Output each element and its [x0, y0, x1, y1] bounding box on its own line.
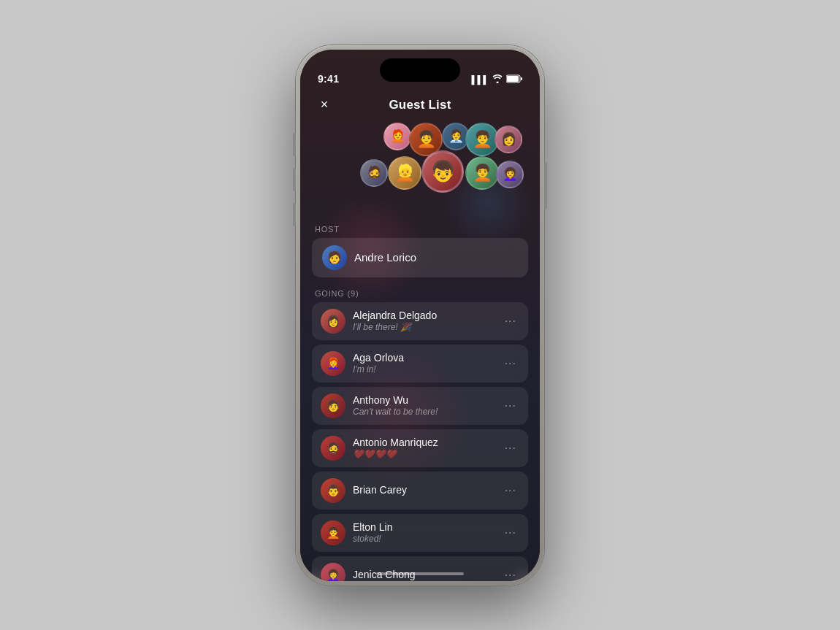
phone-screen: 9:41 ▌▌▌	[300, 50, 540, 581]
guest-avatar: 👩	[321, 309, 345, 334]
power-button[interactable]	[544, 162, 547, 209]
guest-avatar: 👨	[321, 478, 345, 503]
guest-row: 👨Brian Carey···	[312, 472, 528, 510]
nav-title: Guest List	[389, 98, 451, 112]
guest-status: I'm in!	[353, 364, 495, 376]
volume-down-button[interactable]	[293, 133, 296, 156]
close-button[interactable]: ×	[313, 94, 335, 116]
guest-name: Alejandra Delgado	[353, 310, 437, 321]
wifi-icon	[492, 74, 503, 85]
avatar-cluster: 🧑‍🦰 🧑‍🦱 🧑‍💼 🧑‍🦱 👩 🧔 👱 👦 🧑‍🦱 👩‍🦱	[325, 123, 515, 218]
guest-more-button[interactable]: ···	[502, 354, 519, 373]
avatar-bubble: 👩	[495, 126, 522, 153]
guest-status: stoked!	[353, 534, 495, 545]
host-avatar: 🧑	[322, 245, 347, 270]
guest-status: Can't wait to be there!	[353, 407, 495, 418]
status-icons: ▌▌▌	[472, 74, 522, 85]
guest-name: Brian Carey	[353, 484, 407, 496]
going-section-label: GOING (9)	[312, 289, 528, 298]
guest-info: Antonio Manriquez❤️❤️❤️❤️	[353, 436, 495, 461]
guest-avatar: 🧔	[321, 436, 345, 461]
guest-info: Brian Carey	[353, 483, 495, 496]
host-row: 🧑 Andre Lorico	[312, 238, 528, 277]
guest-row: 🧑‍🦱Elton Linstoked!···	[312, 514, 528, 552]
guest-row: 👩Alejandra DelgadoI'll be there! 🎉···	[312, 302, 528, 340]
nav-bar: × Guest List	[300, 89, 540, 121]
guest-name: Elton Lin	[353, 521, 392, 533]
guest-status: I'll be there! 🎉	[353, 322, 495, 334]
svg-rect-2	[521, 77, 522, 80]
dynamic-island	[380, 58, 460, 82]
guest-more-button[interactable]: ···	[502, 439, 519, 458]
avatar-bubble-featured: 👦	[421, 150, 464, 193]
host-section-label: HOST	[312, 225, 528, 234]
guest-row: 👩‍🦱Jenica Chong···	[312, 556, 528, 581]
avatar-bubble: 👱	[388, 156, 421, 190]
guest-more-button[interactable]: ···	[502, 481, 519, 500]
avatar-bubble: 🧔	[360, 159, 388, 187]
silent-switch[interactable]	[293, 203, 296, 226]
screen-background: 9:41 ▌▌▌	[300, 50, 540, 581]
guest-more-button[interactable]: ···	[502, 312, 519, 331]
main-content: HOST 🧑 Andre Lorico GOING (9) 👩Alejandra…	[300, 225, 540, 581]
avatar-bubble: 🧑‍🦱	[465, 156, 499, 190]
guest-list: 👩Alejandra DelgadoI'll be there! 🎉···👩‍🦰…	[312, 302, 528, 581]
guest-info: Elton Linstoked!	[353, 520, 495, 545]
guest-more-button[interactable]: ···	[502, 566, 519, 581]
guest-name: Aga Orlova	[353, 352, 404, 364]
guest-avatar: 👩‍🦱	[321, 563, 345, 581]
guest-more-button[interactable]: ···	[502, 523, 519, 542]
guest-avatar: 👩‍🦰	[321, 351, 345, 376]
battery-icon	[506, 74, 522, 85]
guest-avatar: 🧑‍🦱	[321, 520, 345, 545]
svg-rect-1	[507, 76, 519, 82]
guest-more-button[interactable]: ···	[502, 396, 519, 415]
guest-name: Anthony Wu	[353, 394, 408, 406]
phone-frame: 9:41 ▌▌▌	[296, 45, 544, 585]
guest-info: Aga OrlovaI'm in!	[353, 351, 495, 376]
guest-avatar: 🧑	[321, 393, 345, 418]
guest-name: Antonio Manriquez	[353, 437, 438, 448]
guest-row: 🧔Antonio Manriquez❤️❤️❤️❤️···	[312, 429, 528, 467]
home-indicator	[376, 572, 464, 575]
guest-status: ❤️❤️❤️❤️	[353, 449, 495, 461]
guest-row: 🧑Anthony WuCan't wait to be there!···	[312, 387, 528, 425]
status-time: 9:41	[318, 73, 339, 85]
signal-icon: ▌▌▌	[472, 75, 489, 84]
guest-info: Alejandra DelgadoI'll be there! 🎉	[353, 309, 495, 334]
avatar-bubble: 🧑‍🦰	[383, 123, 411, 150]
volume-up-button[interactable]	[293, 168, 296, 191]
host-name: Andre Lorico	[354, 251, 416, 264]
guest-row: 👩‍🦰Aga OrlovaI'm in!···	[312, 345, 528, 383]
avatar-bubble: 👩‍🦱	[496, 161, 524, 188]
guest-info: Anthony WuCan't wait to be there!	[353, 393, 495, 418]
